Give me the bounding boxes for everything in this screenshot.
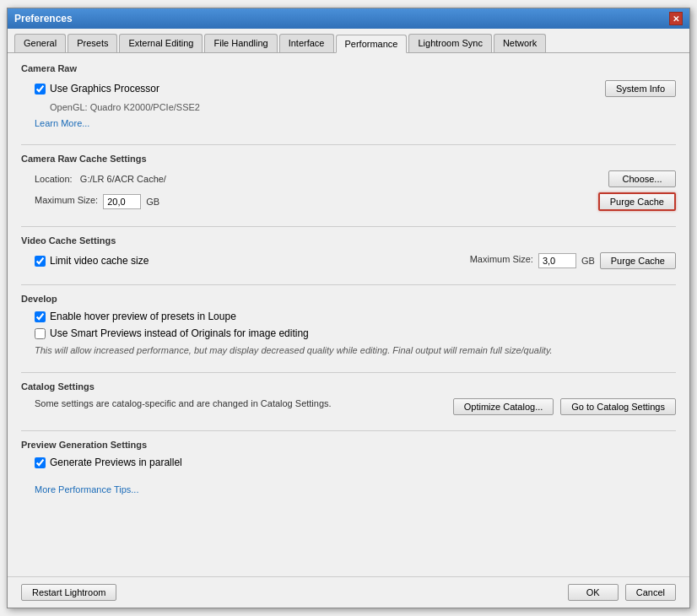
- video-inner: Limit video cache size Maximum Size: 3,0…: [35, 252, 676, 269]
- go-to-catalog-settings-button[interactable]: Go to Catalog Settings: [560, 398, 676, 415]
- use-graphics-processor-text: Use Graphics Processor: [50, 83, 159, 95]
- tab-lightroom-sync[interactable]: Lightroom Sync: [408, 34, 491, 52]
- more-tips-link[interactable]: More Performance Tips...: [35, 484, 139, 494]
- develop-section: Develop Enable hover preview of presets …: [21, 294, 676, 357]
- tabs-container: General Presets External Editing File Ha…: [8, 29, 689, 53]
- graphics-processor-row: Use Graphics Processor System Info: [35, 80, 676, 97]
- use-graphics-processor-label[interactable]: Use Graphics Processor: [35, 83, 159, 95]
- system-info-button[interactable]: System Info: [605, 80, 676, 97]
- hover-preview-text: Enable hover preview of presets in Loupe: [50, 311, 236, 322]
- tab-file-handling[interactable]: File Handling: [204, 34, 277, 52]
- video-left: Limit video cache size: [35, 255, 149, 267]
- restart-lightroom-button[interactable]: Restart Lightroom: [21, 584, 116, 601]
- camera-raw-cache-title: Camera Raw Cache Settings: [21, 154, 676, 164]
- camera-raw-section: Camera Raw Use Graphics Processor System…: [21, 63, 676, 129]
- generate-previews-checkbox[interactable]: [35, 457, 46, 468]
- smart-previews-text: Use Smart Previews instead of Originals …: [50, 327, 309, 339]
- limit-video-cache-text: Limit video cache size: [50, 255, 149, 267]
- catalog-buttons: Optimize Catalog... Go to Catalog Settin…: [453, 398, 676, 415]
- preview-generation-title: Preview Generation Settings: [21, 440, 676, 450]
- max-size-label: Maximum Size:: [35, 195, 98, 205]
- ok-button[interactable]: OK: [568, 584, 619, 601]
- close-button[interactable]: ✕: [669, 12, 683, 25]
- hover-preview-checkbox[interactable]: [35, 311, 46, 322]
- video-max-size-input[interactable]: 3,0: [538, 253, 576, 268]
- tab-network[interactable]: Network: [494, 34, 546, 52]
- camera-raw-cache-content: Location: G:/LR 6/ACR Cache/ Choose... M…: [21, 170, 676, 211]
- learn-more-link[interactable]: Learn More...: [35, 118, 89, 128]
- footer-right: OK Cancel: [568, 584, 676, 601]
- smart-previews-row: Use Smart Previews instead of Originals …: [35, 327, 676, 339]
- video-cache-section: Video Cache Settings Limit video cache s…: [21, 235, 676, 269]
- tab-general[interactable]: General: [14, 34, 66, 52]
- limit-video-cache-checkbox[interactable]: [35, 256, 46, 267]
- camera-raw-cache-section: Camera Raw Cache Settings Location: G:/L…: [21, 154, 676, 211]
- title-bar: Preferences ✕: [8, 8, 689, 29]
- location-label: Location:: [35, 174, 73, 184]
- generate-previews-text: Generate Previews in parallel: [50, 457, 182, 468]
- video-cache-content: Limit video cache size Maximum Size: 3,0…: [21, 252, 676, 269]
- generate-previews-row: Generate Previews in parallel: [35, 457, 676, 468]
- opengl-info: OpenGL: Quadro K2000/PCIe/SSE2: [50, 102, 676, 112]
- window-title: Preferences: [14, 13, 73, 24]
- camera-raw-content: Use Graphics Processor System Info OpenG…: [21, 80, 676, 129]
- content-area: Camera Raw Use Graphics Processor System…: [8, 53, 689, 576]
- preview-generation-content: Generate Previews in parallel: [21, 457, 676, 468]
- tab-external-editing[interactable]: External Editing: [119, 34, 203, 52]
- hover-preview-label[interactable]: Enable hover preview of presets in Loupe: [35, 311, 236, 322]
- size-left: Maximum Size: 20,0 GB: [35, 194, 159, 209]
- video-size-unit: GB: [581, 256, 595, 266]
- limit-video-cache-label[interactable]: Limit video cache size: [35, 255, 149, 267]
- size-unit: GB: [146, 197, 159, 207]
- catalog-desc: Some settings are catalog-specific and a…: [35, 398, 332, 408]
- video-max-size-label: Maximum Size:: [470, 254, 533, 264]
- hover-preview-row: Enable hover preview of presets in Loupe: [35, 311, 676, 322]
- max-size-row: Maximum Size: 20,0 GB Purge Cache: [35, 192, 676, 211]
- catalog-content: Some settings are catalog-specific and a…: [21, 398, 676, 415]
- location-text: Location: G:/LR 6/ACR Cache/: [35, 174, 166, 184]
- video-purge-cache-button[interactable]: Purge Cache: [600, 252, 676, 269]
- optimize-catalog-button[interactable]: Optimize Catalog...: [453, 398, 554, 415]
- video-right: Maximum Size: 3,0 GB Purge Cache: [470, 252, 676, 269]
- camera-raw-title: Camera Raw: [21, 63, 676, 73]
- max-size-input[interactable]: 20,0: [103, 194, 141, 209]
- catalog-row: Some settings are catalog-specific and a…: [35, 398, 676, 415]
- smart-previews-checkbox[interactable]: [35, 328, 46, 339]
- tab-performance[interactable]: Performance: [336, 35, 408, 53]
- catalog-title: Catalog Settings: [21, 381, 676, 392]
- develop-title: Develop: [21, 294, 676, 304]
- preferences-window: Preferences ✕ General Presets External E…: [7, 8, 690, 608]
- generate-previews-label[interactable]: Generate Previews in parallel: [35, 457, 182, 468]
- cancel-button[interactable]: Cancel: [625, 584, 676, 601]
- tab-interface[interactable]: Interface: [279, 34, 334, 52]
- video-cache-title: Video Cache Settings: [21, 235, 676, 246]
- smart-previews-label[interactable]: Use Smart Previews instead of Originals …: [35, 327, 309, 339]
- tab-presets[interactable]: Presets: [68, 34, 117, 52]
- develop-content: Enable hover preview of presets in Loupe…: [21, 311, 676, 357]
- develop-note: This will allow increased performance, b…: [35, 344, 676, 357]
- preview-generation-section: Preview Generation Settings Generate Pre…: [21, 440, 676, 468]
- location-value: G:/LR 6/ACR Cache/: [80, 174, 166, 184]
- choose-button[interactable]: Choose...: [608, 170, 676, 187]
- catalog-section: Catalog Settings Some settings are catal…: [21, 381, 676, 415]
- purge-cache-button[interactable]: Purge Cache: [598, 192, 676, 211]
- footer: Restart Lightroom OK Cancel: [8, 576, 689, 608]
- use-graphics-processor-checkbox[interactable]: [35, 84, 46, 95]
- location-row: Location: G:/LR 6/ACR Cache/ Choose...: [35, 170, 676, 187]
